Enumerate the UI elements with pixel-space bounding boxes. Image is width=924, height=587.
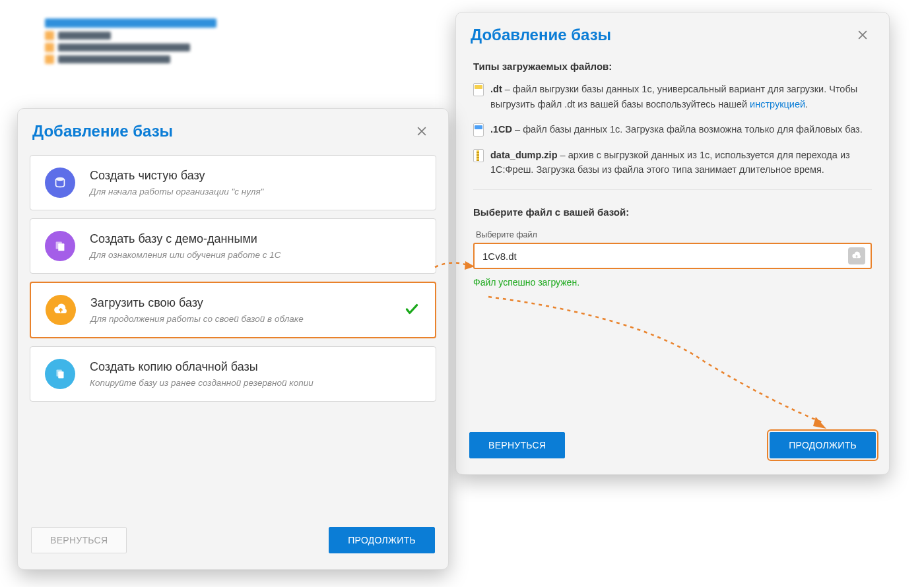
file-input-value: 1Cv8.dt	[482, 249, 517, 264]
svg-point-0	[56, 177, 65, 181]
back-button[interactable]: ВЕРНУТЬСЯ	[469, 432, 565, 458]
file-dt-icon	[473, 83, 484, 96]
file-ext: .dt	[490, 84, 502, 94]
option-create-demo[interactable]: Создать базу с демо-данными Для ознакомл…	[30, 218, 436, 274]
close-icon[interactable]	[853, 26, 872, 44]
database-copy-icon	[45, 359, 75, 389]
file-zip-icon	[473, 149, 484, 162]
file-desc: – файл базы данных 1с. Загрузка файла во…	[512, 124, 863, 135]
close-icon[interactable]	[412, 122, 431, 140]
option-create-clean[interactable]: Создать чистую базу Для начала работы ор…	[30, 155, 436, 210]
option-title: Создать копию облачной базы	[90, 360, 421, 374]
svg-rect-2	[58, 243, 64, 251]
file-input[interactable]: 1Cv8.dt	[473, 243, 872, 269]
file-field-label: Выберите файл	[476, 229, 872, 241]
select-file-label: Выберите файл с вашей базой:	[473, 204, 872, 220]
add-database-dialog-step1: Добавление базы Создать чистую базу Для …	[17, 108, 449, 570]
option-title: Загрузить свою базу	[90, 296, 420, 310]
file-1cd-icon	[473, 123, 484, 137]
check-icon	[403, 300, 420, 320]
file-ext: data_dump.zip	[490, 150, 558, 160]
file-type-1cd: .1CD – файл базы данных 1с. Загрузка фай…	[473, 122, 872, 137]
option-subtitle: Копируйте базу из ранее созданной резерв…	[90, 378, 421, 388]
dialog-title: Добавление базы	[471, 26, 611, 44]
background-fragment	[45, 18, 220, 66]
database-icon	[45, 168, 75, 198]
option-copy-cloud[interactable]: Создать копию облачной базы Копируйте ба…	[30, 346, 436, 402]
option-subtitle: Для начала работы организации "с нуля"	[90, 187, 421, 197]
option-title: Создать чистую базу	[90, 169, 421, 183]
file-ext: .1CD	[490, 124, 512, 135]
file-type-dt: .dt – файл выгрузки базы данных 1с, унив…	[473, 82, 872, 111]
file-type-zip: data_dump.zip – архив с выгрузкой данных…	[473, 148, 872, 177]
divider	[473, 189, 872, 190]
instruction-link[interactable]: инструкцией	[750, 99, 805, 109]
option-subtitle: Для продолжения работы со своей базой в …	[90, 314, 420, 324]
option-subtitle: Для ознакомления или обучения работе с 1…	[90, 250, 421, 260]
option-list: Создать чистую базу Для начала работы ор…	[18, 150, 448, 402]
database-demo-icon	[45, 231, 75, 261]
cloud-upload-icon[interactable]	[848, 247, 865, 264]
database-upload-icon	[46, 295, 76, 325]
upload-success-message: Файл успешно загружен.	[473, 276, 872, 290]
continue-button[interactable]: ПРОДОЛЖИТЬ	[770, 432, 876, 458]
add-database-dialog-step2: Добавление базы Типы загружаемых файлов:…	[455, 12, 890, 475]
option-title: Создать базу с демо-данными	[90, 232, 421, 246]
back-button[interactable]: ВЕРНУТЬСЯ	[31, 527, 127, 553]
option-upload-own[interactable]: Загрузить свою базу Для продолжения рабо…	[30, 282, 436, 338]
dialog-title: Добавление базы	[32, 122, 173, 140]
file-types-heading: Типы загружаемых файлов:	[473, 59, 872, 74]
continue-button[interactable]: ПРОДОЛЖИТЬ	[329, 527, 435, 553]
svg-rect-4	[58, 371, 63, 378]
